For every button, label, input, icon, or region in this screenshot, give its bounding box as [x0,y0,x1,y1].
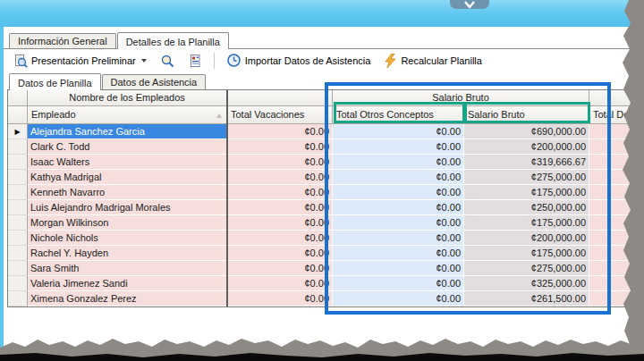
salario-bruto-cell[interactable]: ¢261,500.00 [464,291,589,306]
vacaciones-cell[interactable]: ¢0.00 [227,155,333,170]
vacaciones-cell[interactable]: ¢0.00 [227,200,333,215]
vacaciones-cell[interactable]: ¢0.00 [227,291,333,306]
vacaciones-cell[interactable]: ¢0.00 [227,231,333,246]
vacaciones-cell[interactable]: ¢0.00 [227,139,333,155]
vacaciones-cell[interactable]: ¢0.00 [227,170,333,185]
otros-conceptos-cell[interactable]: ¢0.00 [333,276,464,291]
salario-bruto-cell[interactable]: ¢200,000.00 [464,231,589,246]
table-row: Rachel Y. Hayden ¢0.00 ¢0.00 ¢175,000.00 [8,246,638,261]
deducciones-cell[interactable] [589,261,638,276]
employee-name-cell[interactable]: Valeria Jimenez Sandi [28,276,227,291]
print-preview-icon [13,54,28,68]
row-indicator-cell[interactable] [8,231,28,246]
tab-informacion-general[interactable]: Información General [9,33,116,48]
group-header-blank [227,90,333,106]
collapse-chevron-tab[interactable] [450,0,489,9]
row-indicator-cell[interactable] [8,200,28,215]
column-header-total-vacaciones[interactable]: Total Vacaciones [227,106,333,124]
otros-conceptos-cell[interactable]: ¢0.00 [333,200,464,215]
employee-name-cell[interactable]: Nichole Nichols [28,231,227,246]
deducciones-cell[interactable] [589,124,638,139]
otros-conceptos-cell[interactable]: ¢0.00 [333,185,464,200]
deducciones-cell[interactable] [589,139,638,155]
salario-bruto-cell[interactable]: ¢250,000.00 [464,200,589,215]
row-indicator-cell[interactable] [8,170,28,185]
zoom-button[interactable] [156,51,179,71]
import-attendance-button[interactable]: Importar Datos de Asistencia [222,50,376,71]
row-indicator-cell[interactable] [8,215,28,231]
employee-name-cell[interactable]: Luis Alejandro Madrigal Morales [28,200,227,215]
deducciones-cell[interactable] [589,291,638,306]
dropdown-caret-icon [141,59,147,63]
table-row: Morgan Wilkinson ¢0.00 ¢0.00 ¢175,000.00 [8,215,638,231]
otros-conceptos-cell[interactable]: ¢0.00 [333,124,464,139]
row-indicator-cell[interactable] [8,139,28,155]
deducciones-cell[interactable] [589,185,638,200]
salario-bruto-cell[interactable]: ¢325,000.00 [464,276,589,291]
salario-bruto-cell[interactable]: ¢175,000.00 [464,246,589,261]
salario-bruto-cell[interactable]: ¢319,666.67 [464,155,589,170]
salario-bruto-cell[interactable]: ¢275,000.00 [464,261,589,276]
deducciones-cell[interactable] [589,170,638,185]
otros-conceptos-cell[interactable]: ¢0.00 [333,170,464,185]
employee-name-cell[interactable]: Rachel Y. Hayden [28,246,227,261]
tab-detalles-planilla[interactable]: Detalles de la Planilla [117,32,229,49]
row-indicator-cell[interactable] [8,185,28,200]
deducciones-cell[interactable] [589,155,638,170]
table-row: Valeria Jimenez Sandi ¢0.00 ¢0.00 ¢325,0… [8,276,638,291]
deducciones-cell[interactable] [589,246,638,261]
column-header-empleado[interactable]: Empleado [28,106,227,124]
vacaciones-cell[interactable]: ¢0.00 [227,124,333,139]
employee-name-cell[interactable]: Alejandra Sanchez Garcia [28,124,227,139]
table-row: Isaac Walters ¢0.00 ¢0.00 ¢319,666.67 [8,155,638,170]
otros-conceptos-cell[interactable]: ¢0.00 [333,261,464,276]
otros-conceptos-cell[interactable]: ¢0.00 [333,231,464,246]
employee-name-cell[interactable]: Isaac Walters [28,155,227,170]
group-header-indicator [8,90,28,106]
preview-button[interactable]: Presentación Preliminar [9,51,151,71]
row-indicator-cell[interactable] [8,291,28,306]
vacaciones-cell[interactable]: ¢0.00 [227,246,333,261]
column-header-total-deducciones[interactable]: Total De [589,106,638,124]
table-row: Kathya Madrigal ¢0.00 ¢0.00 ¢275,000.00 [8,170,638,185]
row-indicator-cell[interactable]: ▶ [8,124,28,139]
column-header-salario-bruto[interactable]: Salario Bruto [464,106,589,124]
tab-datos-planilla[interactable]: Datos de Planilla [9,73,101,90]
salario-bruto-cell[interactable]: ¢275,000.00 [464,170,589,185]
salario-bruto-cell[interactable]: ¢200,000.00 [464,139,589,155]
deducciones-cell[interactable] [589,200,638,215]
employee-name-cell[interactable]: Morgan Wilkinson [28,215,227,231]
vacaciones-cell[interactable]: ¢0.00 [227,215,333,231]
employee-name-cell[interactable]: Sara Smith [28,261,227,276]
vacaciones-cell[interactable]: ¢0.00 [227,261,333,276]
otros-conceptos-cell[interactable]: ¢0.00 [333,139,464,155]
salario-bruto-cell[interactable]: ¢175,000.00 [464,185,589,200]
salario-bruto-cell[interactable]: ¢690,000.00 [464,124,589,139]
row-indicator-cell[interactable] [8,246,28,261]
otros-conceptos-cell[interactable]: ¢0.00 [333,291,464,306]
lightning-icon [384,54,397,68]
table-row: Ximena Gonzalez Perez ¢0.00 ¢0.00 ¢261,5… [8,291,638,306]
employee-name-cell[interactable]: Ximena Gonzalez Perez [28,291,227,306]
deducciones-cell[interactable] [589,215,638,231]
employee-name-cell[interactable]: Kathya Madrigal [28,170,227,185]
column-header-indicator [8,106,28,124]
column-header-total-otros-conceptos[interactable]: Total Otros Conceptos [333,106,464,124]
row-indicator-cell[interactable] [8,261,28,276]
otros-conceptos-cell[interactable]: ¢0.00 [333,155,464,170]
employee-name-cell[interactable]: Clark C. Todd [28,139,227,155]
row-indicator-cell[interactable] [8,155,28,170]
recalculate-button[interactable]: Recalcular Planilla [379,51,487,71]
vacaciones-cell[interactable]: ¢0.00 [227,185,333,200]
page-setup-button[interactable] [183,51,207,71]
vacaciones-cell[interactable]: ¢0.00 [227,276,333,291]
tab-datos-asistencia[interactable]: Datos de Asistencia [102,74,207,89]
otros-conceptos-cell[interactable]: ¢0.00 [333,246,464,261]
deducciones-cell[interactable] [589,276,638,291]
employee-name-cell[interactable]: Kenneth Navarro [28,185,227,200]
row-indicator-cell[interactable] [8,276,28,291]
magnifier-icon [160,54,174,68]
salario-bruto-cell[interactable]: ¢175,000.00 [464,215,589,231]
otros-conceptos-cell[interactable]: ¢0.00 [333,215,464,231]
deducciones-cell[interactable] [589,231,638,246]
